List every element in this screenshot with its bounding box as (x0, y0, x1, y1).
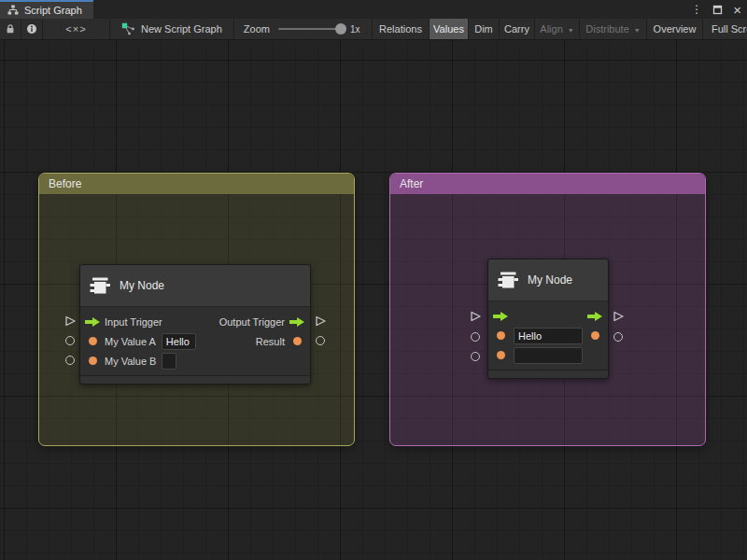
value-a-input-port-icon[interactable] (493, 331, 508, 340)
node-my-node-before[interactable]: My Node Input Trigger Output Trigger (79, 264, 311, 385)
trigger-input-port-icon[interactable] (493, 312, 508, 321)
external-result-port[interactable] (316, 336, 325, 345)
result-output-port-icon[interactable] (587, 331, 602, 340)
zoom-value: 1x (350, 24, 360, 35)
code-view-glyph: <×> (65, 23, 86, 35)
node-footer (80, 375, 310, 384)
close-icon[interactable]: × (733, 3, 741, 17)
zoom-slider[interactable] (278, 28, 342, 30)
value-b-field[interactable] (162, 353, 176, 370)
node-title: My Node (528, 273, 572, 287)
align-label: Align (540, 23, 562, 35)
graph-hierarchy-icon (7, 5, 19, 16)
values-label: Values (433, 23, 464, 35)
result-output-port-icon[interactable] (289, 337, 304, 345)
value-b-label: My Value B (105, 356, 156, 367)
values-toggle[interactable]: Values (429, 19, 468, 39)
window-controls: ⋮ × (691, 0, 741, 19)
node-title: My Node (120, 279, 164, 292)
zoom-label: Zoom (244, 23, 270, 35)
info-icon (26, 23, 37, 35)
script-graph-icon (121, 22, 134, 35)
input-trigger-label: Input Trigger (105, 316, 162, 328)
node-before-header[interactable]: My Node (80, 265, 310, 307)
value-b-input-port-icon[interactable] (493, 351, 508, 359)
unit-node-icon (497, 269, 519, 291)
external-result-port[interactable] (613, 332, 623, 342)
relations-label: Relations (379, 23, 422, 35)
overview-label: Overview (654, 23, 697, 35)
node-my-node-after[interactable]: My Node (487, 259, 609, 379)
port-row-trigger (488, 306, 608, 326)
external-value-b-port[interactable] (65, 356, 75, 365)
port-row-value-a (488, 326, 608, 345)
external-value-a-port[interactable] (65, 336, 75, 345)
external-trigger-in-port[interactable] (64, 315, 77, 327)
trigger-output-port-icon[interactable] (289, 317, 304, 327)
carry-toggle[interactable]: Carry (499, 19, 534, 39)
fullscreen-label: Full Screen (712, 23, 747, 35)
chevron-down-icon: ▼ (568, 27, 574, 34)
tab-title: Script Graph (24, 5, 82, 16)
overview-button[interactable]: Overview (646, 19, 702, 39)
output-trigger-label: Output Trigger (219, 316, 285, 328)
value-a-label: My Value A (105, 336, 156, 347)
zoom-slider-handle[interactable] (335, 23, 346, 35)
zoom-control: Zoom 1x (244, 19, 360, 39)
value-b-field[interactable] (514, 347, 583, 364)
align-dropdown[interactable]: Align▼ (534, 19, 579, 39)
group-before-header[interactable]: Before (39, 174, 354, 194)
carry-label: Carry (504, 23, 529, 35)
trigger-input-port-icon[interactable] (85, 317, 100, 327)
maximize-icon[interactable] (712, 5, 723, 15)
chevron-down-icon: ▼ (634, 27, 641, 34)
port-row-value-b: My Value B (80, 351, 310, 371)
external-value-a-port[interactable] (471, 332, 480, 342)
distribute-label: Distribute (585, 23, 628, 35)
port-row-value-a: My Value A Result (80, 331, 310, 351)
port-row-value-b (488, 345, 608, 365)
lock-icon (5, 23, 16, 35)
graph-canvas[interactable]: Before After My Node (0, 40, 747, 560)
group-after-header[interactable]: After (390, 174, 705, 194)
value-a-field[interactable] (514, 328, 583, 344)
group-before-title: Before (49, 177, 81, 190)
lock-button[interactable] (0, 19, 21, 39)
dim-toggle[interactable]: Dim (468, 19, 499, 39)
info-button[interactable] (21, 19, 43, 39)
dim-label: Dim (474, 23, 493, 35)
node-footer (488, 370, 608, 378)
node-before-ports: Input Trigger Output Trigger My Value A … (80, 307, 310, 373)
group-after-title: After (400, 177, 423, 190)
port-row-trigger: Input Trigger Output Trigger (80, 312, 310, 331)
unit-node-icon (89, 274, 111, 297)
node-after-header[interactable]: My Node (488, 259, 608, 301)
value-b-input-port-icon[interactable] (85, 357, 100, 365)
graph-toolbar: <×> New Script Graph Zoom 1x Relations V… (0, 19, 747, 40)
node-after-ports (488, 301, 608, 368)
tab-script-graph[interactable]: Script Graph (0, 0, 93, 19)
result-label: Result (256, 336, 285, 347)
external-value-b-port[interactable] (471, 352, 480, 361)
relations-toggle[interactable]: Relations (373, 19, 429, 39)
graph-name-label: New Script Graph (141, 23, 222, 35)
value-a-field[interactable] (162, 333, 196, 350)
graph-selector-button[interactable]: New Script Graph (110, 19, 234, 39)
external-trigger-in-port[interactable] (470, 311, 482, 322)
menu-kebab-icon[interactable]: ⋮ (691, 4, 702, 15)
external-trigger-out-port[interactable] (315, 315, 327, 327)
tab-bar: Script Graph ⋮ × (0, 0, 747, 19)
fullscreen-button[interactable]: Full Screen (702, 19, 747, 39)
code-view-button[interactable]: <×> (43, 19, 110, 39)
trigger-output-port-icon[interactable] (587, 312, 602, 321)
value-a-input-port-icon[interactable] (85, 337, 100, 345)
external-trigger-out-port[interactable] (613, 311, 625, 322)
distribute-dropdown[interactable]: Distribute▼ (579, 19, 646, 39)
script-graph-window: Script Graph ⋮ × <×> (0, 0, 747, 560)
toolbar-view-buttons: Relations Values Dim Carry Align▼ Distri… (372, 19, 747, 39)
